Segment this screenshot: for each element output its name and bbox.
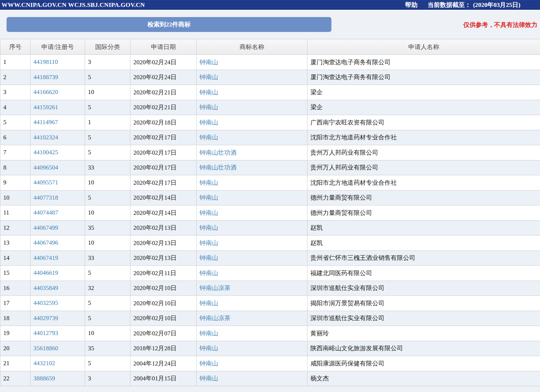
row-index-cell: 18 xyxy=(0,311,31,326)
reg-number-link[interactable]: 4432102 xyxy=(33,360,55,367)
tm-name-link[interactable]: 钟南山 xyxy=(200,330,218,337)
reg-number-link[interactable]: 44067419 xyxy=(33,254,58,261)
reg-number-link[interactable]: 44198110 xyxy=(33,58,58,65)
tm-name-link[interactable]: 钟南山壮功酒 xyxy=(200,149,237,156)
intl-class-cell: 1 xyxy=(85,115,130,130)
reg-number-link[interactable]: 44102324 xyxy=(33,134,58,141)
intl-class-cell: 35 xyxy=(85,341,130,356)
col-header-tm-name: 商标名称 xyxy=(197,39,307,55)
reg-number-link[interactable]: 44159261 xyxy=(33,104,58,111)
row-index-cell: 3 xyxy=(0,85,31,100)
row-index-cell: 16 xyxy=(0,281,31,296)
tm-name-link[interactable]: 钟南山 xyxy=(200,240,218,246)
app-date-cell: 2020年02月21日 xyxy=(130,85,197,100)
tm-name-cell: 钟南山 xyxy=(197,130,307,145)
applicant-cell: 广西南宁农旺农资有限公司 xyxy=(307,115,540,130)
reg-number-link[interactable]: 44012793 xyxy=(33,330,58,336)
reg-number-link[interactable]: 3888659 xyxy=(33,375,55,382)
table-row: 19 44012793 10 2020年02月07日 钟南山 黄丽玲 xyxy=(0,326,540,341)
applicant-cell: 贵州万人邦药业有限公司 xyxy=(307,160,540,175)
reg-number-cell: 44114967 xyxy=(31,115,85,130)
reg-number-link[interactable]: 44166620 xyxy=(33,89,58,95)
applicant-cell: 陕西南峪山文化旅游发展有限公司 xyxy=(307,341,540,356)
intl-class-cell: 3 xyxy=(85,371,130,386)
table-row: 14 44067419 33 2020年02月13日 钟南山 贵州省仁怀市三槐王… xyxy=(0,250,540,266)
tm-name-link[interactable]: 钟南山 xyxy=(200,179,218,186)
tm-name-link[interactable]: 钟南山 xyxy=(200,194,218,201)
tm-name-link[interactable]: 钟南山 xyxy=(200,345,218,352)
reg-number-link[interactable]: 44029739 xyxy=(33,315,58,322)
col-header-app-date: 申请日期 xyxy=(130,39,197,55)
tm-name-link[interactable]: 钟南山 xyxy=(200,119,218,126)
reg-number-link[interactable]: 44100425 xyxy=(33,149,58,156)
reg-number-cell: 44100425 xyxy=(31,145,85,160)
reg-number-link[interactable]: 44114967 xyxy=(33,119,58,126)
reg-number-link[interactable]: 44096504 xyxy=(33,164,58,171)
reg-number-link[interactable]: 35618860 xyxy=(33,345,58,352)
app-date-cell: 2020年02月10日 xyxy=(130,281,197,296)
col-header-applicant: 申请人名称 xyxy=(307,39,540,55)
intl-class-cell: 10 xyxy=(85,236,130,251)
app-date-cell: 2020年02月17日 xyxy=(130,175,197,191)
results-table-body: 1 44198110 3 2020年02月24日 钟南山 厦门淘壹达电子商务有限… xyxy=(0,55,540,386)
table-row: 2 44188739 5 2020年02月24日 钟南山 厦门淘壹达电子商务有限… xyxy=(0,70,540,85)
applicant-cell: 沈阳市北方地道药材专业合作社 xyxy=(307,175,540,191)
app-date-cell: 2020年02月17日 xyxy=(130,145,197,160)
reg-number-link[interactable]: 44095571 xyxy=(33,179,58,186)
reg-number-link[interactable]: 44032595 xyxy=(33,299,58,306)
intl-class-cell: 5 xyxy=(85,70,130,85)
tm-name-link[interactable]: 钟南山凉茶 xyxy=(200,315,230,322)
app-date-cell: 2004年12月24日 xyxy=(130,356,197,371)
tm-name-link[interactable]: 钟南山 xyxy=(200,209,218,216)
tm-name-cell: 钟南山壮功酒 xyxy=(197,160,307,175)
help-link[interactable]: 帮助 xyxy=(405,1,418,9)
results-banner-row: 检索到22件商标 仅供参考，不具有法律效力 xyxy=(0,17,540,32)
reg-number-link[interactable]: 44046619 xyxy=(33,269,58,276)
reg-number-cell: 44035849 xyxy=(31,281,85,296)
reg-number-link[interactable]: 44077318 xyxy=(33,194,58,201)
app-date-cell: 2020年02月17日 xyxy=(130,160,197,175)
intl-class-cell: 10 xyxy=(85,85,130,100)
legal-disclaimer: 仅供参考，不具有法律效力 xyxy=(463,20,537,29)
tm-name-link[interactable]: 钟南山 xyxy=(200,375,218,382)
reg-number-cell: 44067499 xyxy=(31,220,85,236)
tm-name-link[interactable]: 钟南山 xyxy=(200,270,218,277)
table-row: 13 44067496 10 2020年02月13日 钟南山 赵凯 xyxy=(0,236,540,251)
reg-number-link[interactable]: 44067496 xyxy=(33,239,58,246)
reg-number-link[interactable]: 44074487 xyxy=(33,209,58,216)
row-index-cell: 13 xyxy=(0,236,31,251)
tm-name-cell: 钟南山 xyxy=(197,266,307,281)
tm-name-cell: 钟南山凉茶 xyxy=(197,311,307,326)
table-row: 6 44102324 5 2020年02月17日 钟南山 沈阳市北方地道药材专业… xyxy=(0,130,540,145)
table-row: 21 4432102 5 2004年12月24日 钟南山 咸阳康源医药保健有限公… xyxy=(0,356,540,371)
reg-number-link[interactable]: 44188739 xyxy=(33,74,58,81)
tm-name-link[interactable]: 钟南山 xyxy=(200,89,218,96)
tm-name-link[interactable]: 钟南山 xyxy=(200,59,218,66)
table-row: 11 44074487 10 2020年02月14日 钟南山 德州力量商贸有限公… xyxy=(0,205,540,221)
top-header-bar: WWW.CNIPA.GOV.CN WCJS.SBJ.CNIPA.GOV.CN 帮… xyxy=(0,0,540,11)
row-index-cell: 22 xyxy=(0,371,31,386)
tm-name-cell: 钟南山 xyxy=(197,55,307,70)
intl-class-cell: 32 xyxy=(85,281,130,296)
tm-name-link[interactable]: 钟南山 xyxy=(200,74,218,81)
app-date-cell: 2020年02月14日 xyxy=(130,190,197,205)
tm-name-cell: 钟南山凉茶 xyxy=(197,281,307,296)
tm-name-link[interactable]: 钟南山 xyxy=(200,224,218,231)
table-row: 12 44067499 35 2020年02月13日 钟南山 赵凯 xyxy=(0,220,540,236)
tm-name-link[interactable]: 钟南山 xyxy=(200,254,218,261)
reg-number-link[interactable]: 44067499 xyxy=(33,224,58,231)
reg-number-cell: 44096504 xyxy=(31,160,85,175)
tm-name-link[interactable]: 钟南山 xyxy=(200,300,218,307)
app-date-cell: 2020年02月07日 xyxy=(130,326,197,341)
tm-name-cell: 钟南山 xyxy=(197,115,307,130)
app-date-cell: 2020年02月14日 xyxy=(130,205,197,221)
applicant-cell: 厦门淘壹达电子商务有限公司 xyxy=(307,55,540,70)
tm-name-link[interactable]: 钟南山 xyxy=(200,360,218,367)
tm-name-link[interactable]: 钟南山壮功酒 xyxy=(200,164,237,171)
tm-name-link[interactable]: 钟南山 xyxy=(200,134,218,141)
applicant-cell: 赵凯 xyxy=(307,236,540,251)
tm-name-link[interactable]: 钟南山凉茶 xyxy=(200,285,230,291)
reg-number-link[interactable]: 44035849 xyxy=(33,285,58,291)
tm-name-link[interactable]: 钟南山 xyxy=(200,104,218,111)
tm-name-cell: 钟南山 xyxy=(197,205,307,221)
